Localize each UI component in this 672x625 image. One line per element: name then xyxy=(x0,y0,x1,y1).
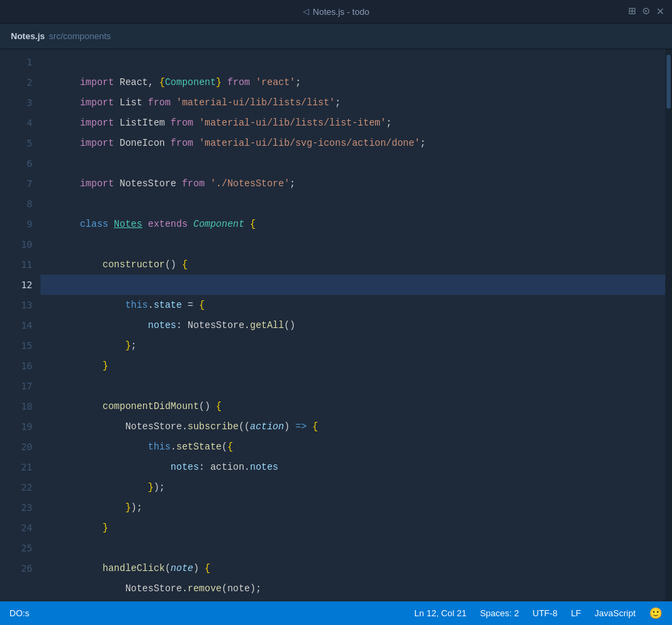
line-number-13: 13 xyxy=(11,295,32,315)
status-cursor: Ln 12, Col 21 xyxy=(414,608,466,618)
line-number-15: 15 xyxy=(11,335,32,356)
code-line-20: notes: action.notes xyxy=(40,437,665,457)
line-number-8: 8 xyxy=(11,194,32,214)
line-number-17: 17 xyxy=(11,376,32,396)
code-area[interactable]: import React, {Component} from 'react'; … xyxy=(40,49,665,601)
line-number-26: 26 xyxy=(11,558,32,578)
line-number-3: 3 xyxy=(11,92,32,113)
status-encoding: UTF-8 xyxy=(532,608,557,618)
code-line-5 xyxy=(40,133,665,153)
line-number-24: 24 xyxy=(11,518,32,538)
scrollbar-thumb[interactable] xyxy=(667,55,671,109)
code-line-2: import List from 'material-ui/lib/lists/… xyxy=(40,72,665,92)
status-right: Ln 12, Col 21 Spaces: 2 UTF-8 LF JavaScr… xyxy=(414,607,663,620)
line-number-5: 5 xyxy=(11,133,32,153)
code-line-9 xyxy=(40,214,665,234)
title-text: Notes.js - todo xyxy=(313,7,370,17)
code-line-7 xyxy=(40,173,665,194)
code-line-21: }); xyxy=(40,457,665,477)
line-number-14: 14 xyxy=(11,315,32,335)
line-number-11: 11 xyxy=(11,254,32,275)
line-number-7: 7 xyxy=(11,173,32,194)
code-line-6: import NotesStore from './NotesStore'; xyxy=(40,153,665,173)
line-number-18: 18 xyxy=(11,396,32,416)
status-bar: DO:s Ln 12, Col 21 Spaces: 2 UTF-8 LF Ja… xyxy=(0,601,672,625)
code-line-23: } xyxy=(40,497,665,518)
line-number-6: 6 xyxy=(11,153,32,173)
line-number-10: 10 xyxy=(11,234,32,254)
line-number-21: 21 xyxy=(11,457,32,477)
code-line-18: NotesStore.subscribe((action) => { xyxy=(40,396,665,416)
code-line-10: constructor() { xyxy=(40,234,665,254)
line-number-25: 25 xyxy=(11,538,32,558)
code-line-13: notes: NotesStore.getAll() xyxy=(40,295,665,315)
status-spaces: Spaces: 2 xyxy=(480,608,519,618)
editor-filepath: src/components xyxy=(49,31,111,41)
line-number-22: 22 xyxy=(11,477,32,497)
editor-filename: Notes.js xyxy=(11,31,45,41)
line-number-4: 4 xyxy=(11,113,32,133)
line-number-19: 19 xyxy=(11,416,32,437)
close-icon[interactable]: ✕ xyxy=(656,5,664,18)
file-icon: ◁ xyxy=(303,7,309,16)
code-line-24 xyxy=(40,518,665,538)
line-number-12: 12 xyxy=(11,275,32,295)
line-number-16: 16 xyxy=(11,356,32,376)
code-line-15: } xyxy=(40,335,665,356)
code-line-3: import ListItem from 'material-ui/lib/li… xyxy=(40,92,665,113)
code-line-1: import React, {Component} from 'react'; xyxy=(40,52,665,72)
code-line-4: import DoneIcon from 'material-ui/lib/sv… xyxy=(40,113,665,133)
line-number-20: 20 xyxy=(11,437,32,457)
code-line-22: }); xyxy=(40,477,665,497)
code-line-25: handleClick(note) { xyxy=(40,538,665,558)
code-line-14: }; xyxy=(40,315,665,335)
code-line-17: componentDidMount() { xyxy=(40,376,665,396)
code-line-8: class Notes extends Component { xyxy=(40,194,665,214)
line-number-2: 2 xyxy=(11,72,32,92)
line-number-23: 23 xyxy=(11,497,32,518)
search-icon[interactable]: ⊙ xyxy=(642,5,650,18)
status-do: DO:s xyxy=(9,608,30,618)
title-bar: ◁ Notes.js - todo ⊞ ⊙ ✕ xyxy=(0,0,672,24)
status-language: JavaScript xyxy=(594,608,636,618)
line-number-9: 9 xyxy=(11,214,32,234)
code-line-16 xyxy=(40,356,665,376)
code-line-11: super(); xyxy=(40,254,665,275)
line-number-1: 1 xyxy=(11,52,32,72)
split-view-icon[interactable]: ⊞ xyxy=(628,5,636,18)
editor-header: Notes.js src/components xyxy=(0,24,672,49)
code-line-26: NotesStore.remove(note); xyxy=(40,558,665,578)
code-line-19: this.setState({ xyxy=(40,416,665,437)
title-bar-text: ◁ Notes.js - todo xyxy=(303,7,370,17)
line-numbers: 1 2 3 4 5 6 7 8 9 10 11 12 13 14 15 16 1… xyxy=(0,49,40,601)
status-line-ending: LF xyxy=(571,608,581,618)
title-bar-controls: ⊞ ⊙ ✕ xyxy=(628,5,664,18)
status-smiley: 🙂 xyxy=(649,607,663,620)
code-line-12: this.state = { xyxy=(40,275,665,295)
status-left: DO:s xyxy=(9,608,30,618)
editor-area[interactable]: 1 2 3 4 5 6 7 8 9 10 11 12 13 14 15 16 1… xyxy=(0,49,672,601)
scrollbar[interactable] xyxy=(665,49,672,601)
